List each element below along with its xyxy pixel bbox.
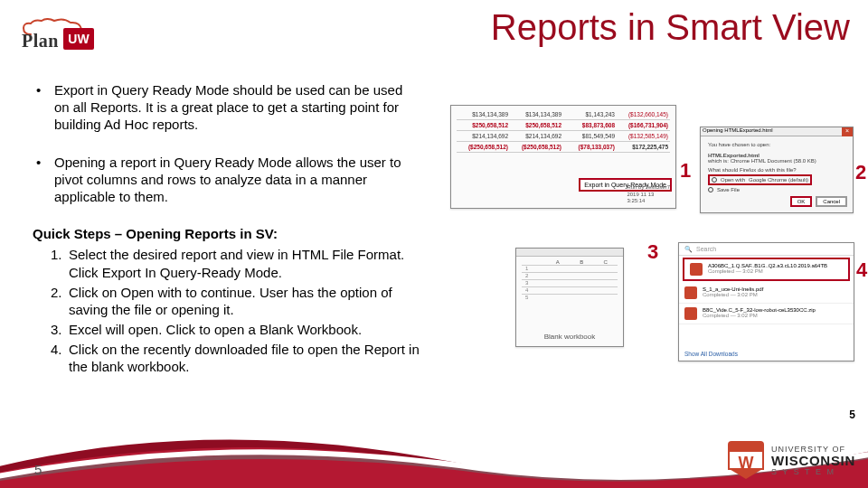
open-with-option[interactable]: Open with Google Chrome (default) — [708, 174, 812, 185]
cancel-button[interactable]: Cancel — [816, 196, 847, 207]
ok-button[interactable]: OK — [790, 196, 813, 207]
rundate-text: 2019 11 13 — [627, 192, 670, 198]
callout-1: 1 — [680, 159, 691, 183]
slide: Plan UW Reports in Smart View Export in … — [0, 0, 868, 488]
dialog-titlebar: Opening HTMLExported.html × — [701, 127, 853, 136]
search-icon: 🔍 — [684, 246, 693, 253]
screenshot-open-dialog: Opening HTMLExported.html × You have cho… — [700, 127, 854, 213]
radio-icon — [712, 177, 717, 183]
step-4: 4.Click on the recently downloaded file … — [51, 341, 421, 375]
dialog-prompt: You have chosen to open: — [708, 142, 845, 147]
show-all-downloads-link[interactable]: Show All Downloads — [684, 351, 738, 357]
planuw-logo: Plan UW — [18, 16, 98, 52]
step-4-text: Click on the recently downloaded file to… — [69, 342, 420, 374]
callout-3: 3 — [647, 240, 658, 264]
plan-text: Plan — [22, 31, 59, 52]
slide-title: Reports in Smart View — [491, 7, 850, 48]
uw-line2: WISCONSIN — [771, 454, 855, 468]
callout-4: 4 — [856, 258, 867, 282]
step-3-text: Excel will open. Click to open a Blank W… — [69, 322, 362, 337]
step-1: 1.Select the desired report and view in … — [51, 246, 421, 280]
save-file-option[interactable]: Save File — [717, 187, 740, 192]
screenshot-downloads: 🔍 Search A306BC_1.Q.SAF..B1G..Q2.a3.cL10… — [678, 242, 854, 361]
download-item-2[interactable]: S_1_a_uce-Uni-Inelis.pdf Completed — 3:0… — [679, 283, 854, 304]
file-icon — [684, 286, 697, 299]
file-icon — [684, 307, 697, 320]
quick-steps-title: Quick Steps – Opening Reports in SV: — [33, 225, 421, 242]
runtime-text: 3:25:14 — [627, 198, 670, 204]
screenshot-report-table: $134,134,389$134,134,389$1,143,243($132,… — [450, 105, 676, 209]
page-number-bottom: 5 — [34, 462, 42, 477]
uw-shield-small: UW — [63, 28, 94, 50]
step-2: 2.Click on Open with to continue. User h… — [51, 284, 421, 318]
file-icon — [690, 263, 703, 276]
uw-system-logo: W UNIVERSITY OF WISCONSIN S Y S T E M — [728, 441, 855, 481]
runby-text: Run by TestUser7 — [627, 184, 670, 191]
downloads-search[interactable]: 🔍 Search — [679, 243, 854, 256]
screenshot-blank-workbook[interactable]: ABC 12345 Blank workbook — [515, 248, 624, 347]
close-icon[interactable]: × — [842, 127, 853, 136]
bullet-2: Opening a report in Query Ready Mode all… — [33, 154, 421, 206]
uw-shield-icon: W — [728, 441, 764, 481]
download-item-1[interactable]: A306BC_1.Q.SAF..B1G..Q2.a3.cL10.2019.a64… — [683, 258, 850, 281]
uw-line3: S Y S T E M — [771, 468, 855, 476]
step-3: 3.Excel will open. Click to open a Blank… — [51, 321, 421, 338]
step-2-text: Click on Open with to continue. User has… — [69, 285, 392, 317]
body-text: Export in Query Ready Mode should be use… — [33, 81, 421, 379]
graphics-area: $134,134,389$134,134,389$1,143,243($132,… — [450, 105, 857, 403]
step-1-text: Select the desired report and view in HT… — [69, 247, 404, 279]
callout-2: 2 — [855, 161, 866, 184]
download-item-3[interactable]: B8C_Vide.C_5-F_32-low-robot-ceL3530CC.zi… — [679, 304, 854, 324]
dialog-ask: What should Firefox do with this file? — [708, 167, 845, 173]
radio-icon — [708, 187, 713, 192]
blank-workbook-label: Blank workbook — [516, 333, 623, 341]
dialog-filetype: which is: Chrome HTML Document (58.0 KB) — [708, 158, 845, 164]
bullet-1: Export in Query Ready Mode should be use… — [33, 81, 421, 134]
